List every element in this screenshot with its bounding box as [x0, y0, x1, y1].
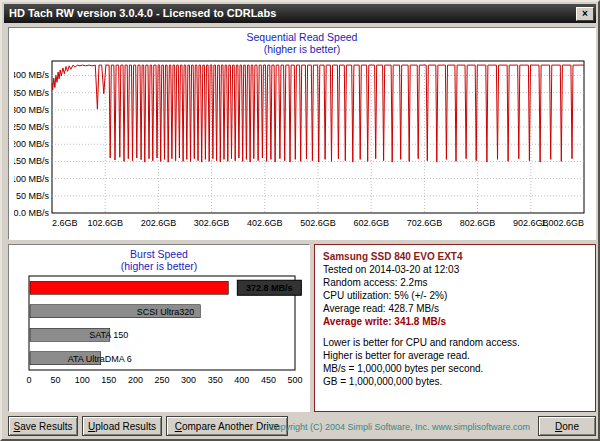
- sequential-read-panel: Sequential Read Speed (higher is better)…: [8, 27, 596, 240]
- svg-text:200: 200: [128, 375, 143, 385]
- svg-text:300: 300: [181, 375, 196, 385]
- drive-info-panel: Samsung SSD 840 EVO EXT4 Tested on 2014-…: [314, 244, 596, 412]
- burst-speed-panel: Burst Speed (higher is better) 372.8 MB/…: [8, 244, 310, 412]
- svg-text:350 MB/s: 350 MB/s: [14, 88, 49, 98]
- svg-text:500: 500: [287, 375, 302, 385]
- note-gb-definition: GB = 1,000,000,000 bytes.: [323, 375, 587, 388]
- note-lower-better: Lower is better for CPU and random acces…: [323, 336, 587, 349]
- svg-text:250 MB/s: 250 MB/s: [14, 122, 49, 132]
- average-write-line: Average write: 341.8 MB/s: [323, 315, 587, 328]
- svg-text:SATA 150: SATA 150: [89, 330, 128, 340]
- svg-text:ATA UltraDMA 6: ATA UltraDMA 6: [68, 354, 132, 364]
- svg-text:350: 350: [208, 375, 223, 385]
- cpu-utilization-line: CPU utilization: 5% (+/- 2%): [323, 289, 587, 302]
- upload-results-button[interactable]: Upload Results: [82, 416, 162, 436]
- note-higher-better: Higher is better for average read.: [323, 349, 587, 362]
- note-mbs-definition: MB/s = 1,000,000 bytes per second.: [323, 362, 587, 375]
- svg-text:450: 450: [261, 375, 276, 385]
- svg-text:102.6GB: 102.6GB: [87, 218, 123, 228]
- svg-text:100 MB/s: 100 MB/s: [14, 174, 49, 184]
- close-icon[interactable]: ×: [576, 7, 594, 21]
- burst-chart-subtitle: (higher is better): [9, 260, 309, 272]
- svg-text:150 MB/s: 150 MB/s: [14, 156, 49, 166]
- save-results-button[interactable]: Save Results: [8, 416, 78, 436]
- svg-text:602.6GB: 602.6GB: [353, 218, 389, 228]
- sequential-chart-subtitle: (higher is better): [9, 43, 595, 55]
- svg-text:702.6GB: 702.6GB: [407, 218, 443, 228]
- sequential-chart-title: Sequential Read Speed: [9, 31, 595, 43]
- svg-text:200 MB/s: 200 MB/s: [14, 139, 49, 149]
- svg-text:372.8 MB/s: 372.8 MB/s: [246, 283, 293, 293]
- random-access-line: Random access: 2.2ms: [323, 276, 587, 289]
- svg-text:302.6GB: 302.6GB: [194, 218, 230, 228]
- svg-text:SCSI Ultra320: SCSI Ultra320: [137, 307, 195, 317]
- svg-text:502.6GB: 502.6GB: [300, 218, 336, 228]
- drive-name: Samsung SSD 840 EVO EXT4: [323, 250, 587, 263]
- svg-text:50 MB/s: 50 MB/s: [16, 191, 50, 201]
- hd-tach-window: HD Tach RW version 3.0.4.0 - Licensed to…: [0, 0, 600, 441]
- average-read-line: Average read: 428.7 MB/s: [323, 302, 587, 315]
- svg-text:202.6GB: 202.6GB: [141, 218, 177, 228]
- burst-speed-chart: 372.8 MB/sSCSI Ultra320SATA 150ATA Ultra…: [13, 272, 305, 398]
- burst-chart-title: Burst Speed: [9, 248, 309, 260]
- svg-text:0: 0: [26, 375, 31, 385]
- tested-on-line: Tested on 2014-03-20 at 12:03: [323, 263, 587, 276]
- svg-text:2.6GB: 2.6GB: [52, 218, 78, 228]
- title-bar: HD Tach RW version 3.0.4.0 - Licensed to…: [4, 4, 596, 23]
- svg-text:300 MB/s: 300 MB/s: [14, 105, 49, 115]
- svg-text:250: 250: [154, 375, 169, 385]
- svg-text:50: 50: [51, 375, 61, 385]
- sequential-read-chart: 400 MB/s350 MB/s300 MB/s250 MB/s200 MB/s…: [14, 55, 590, 233]
- svg-text:100: 100: [75, 375, 90, 385]
- svg-text:802.6GB: 802.6GB: [460, 218, 496, 228]
- svg-text:402.6GB: 402.6GB: [247, 218, 283, 228]
- window-title: HD Tach RW version 3.0.4.0 - Licensed to…: [9, 4, 576, 23]
- svg-text:1,002.6GB: 1,002.6GB: [541, 218, 584, 228]
- copyright-text: Copyright (C) 2004 Simpli Software, Inc.…: [269, 422, 530, 432]
- svg-text:400: 400: [234, 375, 249, 385]
- svg-text:400 MB/s: 400 MB/s: [14, 70, 49, 80]
- svg-text:150: 150: [101, 375, 116, 385]
- info-spacer: [323, 328, 587, 336]
- done-button[interactable]: Done: [538, 416, 596, 436]
- svg-text:0.0 MB/s: 0.0 MB/s: [14, 208, 49, 218]
